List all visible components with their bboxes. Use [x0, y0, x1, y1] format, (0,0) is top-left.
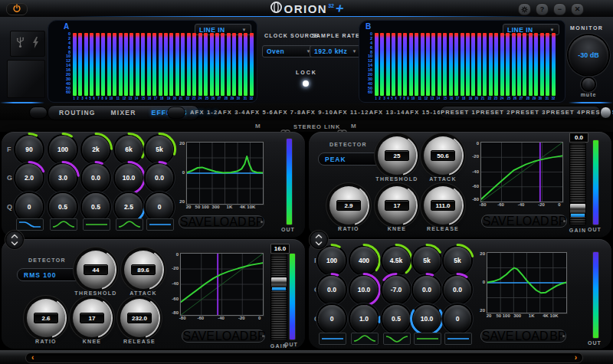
- horizontal-scrollbar[interactable]: ‹ ›: [25, 353, 583, 363]
- comp-knob[interactable]: 232.0: [120, 299, 159, 337]
- eq-knob[interactable]: 0: [14, 192, 44, 222]
- tab-routing[interactable]: ROUTING: [59, 109, 96, 116]
- eq-knob[interactable]: 6k: [113, 134, 144, 165]
- button-save[interactable]: SAVE: [182, 330, 215, 343]
- comp-knob[interactable]: 89.6: [124, 251, 162, 289]
- channel-number: 31: [243, 97, 246, 101]
- detector-value: RMS 100: [24, 271, 56, 279]
- filter-type-flat-blue[interactable]: [146, 218, 174, 231]
- tab-afx5-6[interactable]: AFX 5-6: [246, 109, 274, 116]
- mono-button-right[interactable]: M: [351, 123, 356, 130]
- mono-button-left[interactable]: M: [255, 123, 261, 130]
- eq-knob[interactable]: 0: [442, 303, 473, 334]
- filter-type-bell-green[interactable]: [351, 333, 379, 345]
- filter-type-flat-green[interactable]: [414, 333, 441, 345]
- tab-afx1-2[interactable]: AFX 1-2: [190, 109, 218, 116]
- eq-knob[interactable]: 0: [144, 192, 175, 222]
- detector-select[interactable]: RMS 100▼: [17, 268, 84, 281]
- eq-knob[interactable]: 0.0: [316, 274, 347, 305]
- eq-knob[interactable]: 0.0: [411, 274, 442, 305]
- scroll-left-icon[interactable]: ‹: [31, 354, 34, 362]
- tab-afx9-10[interactable]: AFX 9-10: [301, 109, 333, 116]
- filter-type-bell-green[interactable]: [116, 218, 143, 231]
- sample-rate-select[interactable]: 192.0 kHz▼: [310, 45, 362, 57]
- transfer-graph: [487, 252, 567, 313]
- tab-preset2[interactable]: PRESET 2: [476, 109, 511, 116]
- eq-knob[interactable]: 100: [48, 134, 78, 165]
- tab-afx11-12[interactable]: AFX 11-12: [333, 109, 369, 116]
- channel-meter-bar: [494, 33, 498, 96]
- comp-knob[interactable]: 111.0: [424, 186, 462, 225]
- eq-knob[interactable]: 90: [14, 134, 44, 165]
- monitor-volume-knob[interactable]: -30 dB: [569, 35, 608, 75]
- filter-type-shelf-down-blue[interactable]: [16, 218, 44, 231]
- tab-preset3[interactable]: PRESET 3: [511, 109, 546, 116]
- comp-knob[interactable]: 2.6: [27, 299, 65, 337]
- knob-value: 44: [84, 264, 108, 275]
- filter-type-notch-green[interactable]: [383, 333, 411, 345]
- comp-knob[interactable]: 17: [378, 186, 416, 225]
- eq-knob[interactable]: 2k: [80, 134, 111, 165]
- eq-knob[interactable]: 10.0: [113, 162, 144, 193]
- button-load[interactable]: LOAD: [515, 330, 549, 343]
- mute-button[interactable]: [582, 78, 595, 90]
- comp-knob[interactable]: 17: [73, 299, 111, 337]
- tab-afx3-4[interactable]: AFX 3-4: [218, 109, 245, 116]
- tab-afx7-8[interactable]: AFX 7-8: [274, 109, 301, 116]
- filter-type-flat-green[interactable]: [83, 218, 110, 231]
- eq-knob[interactable]: 0: [316, 303, 347, 334]
- detector-select[interactable]: PEAK▼: [318, 152, 385, 166]
- button-save[interactable]: SAVE: [483, 215, 515, 228]
- gain-fader-handle[interactable]: [569, 203, 586, 215]
- eq-knob[interactable]: 0.5: [381, 303, 411, 334]
- button-load[interactable]: LOAD: [213, 215, 247, 229]
- minimize-button[interactable]: −: [553, 3, 566, 15]
- tab-row: ROUTINGMIXEREFFECTS AFX 1-2AFX 3-4AFX 5-…: [0, 103, 613, 120]
- eq-knob[interactable]: 400: [349, 245, 379, 276]
- eq-knob[interactable]: 5k: [144, 134, 175, 165]
- comp-knob[interactable]: 44: [77, 251, 115, 289]
- panel-swap-chevrons-left[interactable]: [5, 231, 24, 249]
- close-button[interactable]: ✕: [571, 3, 584, 15]
- filter-type-flat-blue[interactable]: [444, 333, 472, 345]
- comp-knob[interactable]: 50.6: [424, 136, 462, 175]
- eq-knob[interactable]: 0.5: [48, 192, 78, 222]
- panel-swap-chevrons-right[interactable]: [310, 231, 328, 249]
- eq-knob[interactable]: 3.0: [48, 162, 78, 193]
- button-load[interactable]: LOAD: [516, 215, 549, 228]
- eq-knob[interactable]: 0.0: [80, 162, 111, 193]
- comp-knob[interactable]: 25: [378, 136, 416, 175]
- tab-afx13-14[interactable]: AFX 13-14: [369, 109, 405, 116]
- tab-mixer[interactable]: MIXER: [111, 109, 136, 116]
- button-save[interactable]: SAVE: [180, 215, 212, 229]
- settings-button[interactable]: [518, 3, 531, 15]
- eq-knob[interactable]: 0.0: [144, 162, 175, 193]
- eq-knob[interactable]: 5k: [442, 245, 473, 276]
- button-save[interactable]: SAVE: [482, 330, 514, 343]
- scroll-right-icon[interactable]: ›: [575, 354, 577, 362]
- filter-type-bell-green[interactable]: [50, 218, 77, 231]
- eq-knob[interactable]: 0.5: [80, 192, 111, 222]
- eq-knob[interactable]: -7.0: [381, 274, 411, 305]
- help-button[interactable]: ?: [536, 3, 549, 15]
- eq-knob[interactable]: 4.5k: [381, 245, 411, 276]
- comp-knob[interactable]: 2.9: [329, 186, 368, 225]
- channel-meter-bar: [90, 33, 93, 96]
- tab-preset4[interactable]: PRESET 4: [546, 109, 582, 116]
- eq-knob[interactable]: 10.0: [411, 303, 442, 334]
- clock-source-select[interactable]: Oven▼: [262, 45, 316, 57]
- gain-fader-handle[interactable]: [270, 277, 287, 288]
- filter-type-flat-blue[interactable]: [319, 333, 346, 345]
- eq-knob[interactable]: 10.0: [349, 274, 379, 305]
- eq-knob[interactable]: 0.0: [442, 274, 473, 305]
- button-load[interactable]: LOAD: [215, 330, 249, 343]
- eq-knob[interactable]: 2.5: [113, 192, 144, 222]
- eq-knob[interactable]: 2.0: [14, 162, 44, 193]
- gain-fader[interactable]: [270, 254, 287, 341]
- eq-knob[interactable]: 1.0: [349, 303, 379, 334]
- eq-knob[interactable]: 100: [316, 245, 347, 276]
- tab-preset1[interactable]: PRESET 1: [441, 109, 476, 116]
- tab-afx15-16[interactable]: AFX 15-16: [405, 109, 441, 116]
- gain-fader[interactable]: [569, 143, 586, 225]
- eq-knob[interactable]: 5k: [411, 245, 442, 276]
